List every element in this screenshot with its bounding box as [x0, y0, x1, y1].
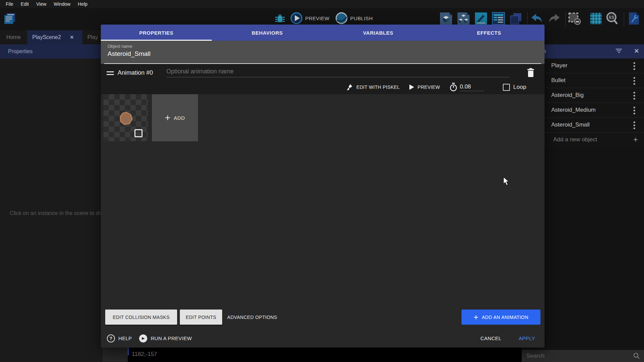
- status-accent: [128, 347, 129, 355]
- menu-edit[interactable]: Edit: [17, 1, 33, 7]
- edit-collision-masks-button[interactable]: EDIT COLLISION MASKS: [105, 310, 177, 325]
- properties-panel-header: Properties: [0, 44, 103, 59]
- animation-header: Animation #0 EDIT WITH PISKEL: [101, 64, 545, 94]
- animation-title: Animation #0: [118, 69, 153, 76]
- zoom-1-1-icon[interactable]: 1:1: [605, 11, 619, 26]
- publish-label: PUBLISH: [350, 15, 373, 21]
- project-settings-icon[interactable]: [627, 11, 641, 26]
- tab-behaviors[interactable]: BEHAVIORS: [212, 25, 323, 41]
- properties-panel-title: Properties: [8, 48, 33, 55]
- plus-icon: +: [633, 135, 638, 144]
- redo-icon[interactable]: [547, 11, 561, 26]
- gdevelop-window: File Edit View Window Help: [0, 0, 644, 362]
- toolbar-separator: [565, 12, 566, 26]
- menu-help[interactable]: Help: [74, 1, 91, 7]
- dialog-footer: ? HELP ▶ RUN A PREVIEW CANCEL APPLY: [101, 329, 545, 348]
- project-manager-icon[interactable]: [3, 11, 17, 26]
- debug-icon[interactable]: [273, 12, 287, 26]
- delete-animation-button[interactable]: [527, 68, 534, 79]
- animation-frame-thumbnail[interactable]: [104, 94, 148, 141]
- properties-panel: Properties Click on an instance in the s…: [0, 44, 103, 362]
- tab-close-icon[interactable]: ✕: [70, 34, 74, 40]
- menu-file[interactable]: File: [2, 1, 17, 7]
- loop-label: Loop: [513, 84, 526, 90]
- trash-icon: [527, 68, 534, 77]
- cursor-coordinates: 1182;-157: [132, 351, 157, 358]
- preview-play-icon: [290, 12, 303, 24]
- tab-playscene2[interactable]: PlayScene2 ✕: [27, 30, 82, 44]
- loop-toggle[interactable]: Loop: [500, 84, 529, 91]
- tab-effects[interactable]: EFFECTS: [434, 25, 545, 41]
- add-frame-button[interactable]: + ADD: [152, 94, 198, 141]
- object-name-input[interactable]: [108, 50, 343, 58]
- time-between-frames-input[interactable]: [460, 83, 484, 91]
- object-editor-dialog: PROPERTIES BEHAVIORS VARIABLES EFFECTS O…: [101, 25, 545, 348]
- run-a-preview-button[interactable]: ▶ RUN A PREVIEW: [139, 334, 192, 342]
- menu-window[interactable]: Window: [50, 1, 74, 7]
- object-menu-icon[interactable]: •••: [632, 62, 637, 71]
- preview-button[interactable]: PREVIEW: [290, 12, 329, 24]
- apply-button[interactable]: APPLY: [519, 335, 535, 341]
- object-menu-icon[interactable]: •••: [632, 91, 637, 100]
- search-icon: [633, 353, 640, 359]
- dialog-tab-bar: PROPERTIES BEHAVIORS VARIABLES EFFECTS: [101, 25, 545, 41]
- publish-globe-icon: [335, 12, 348, 24]
- frame-select-checkbox[interactable]: [134, 129, 143, 137]
- properties-empty-message: Click on an instance in the scene to dis…: [5, 209, 103, 218]
- animation-controls: EDIT WITH PISKEL PREVIEW: [344, 81, 529, 93]
- undo-icon[interactable]: [530, 11, 544, 26]
- plus-icon: +: [474, 314, 478, 320]
- object-menu-icon[interactable]: •••: [632, 76, 637, 85]
- plus-icon: +: [165, 114, 170, 121]
- tab-variables[interactable]: VARIABLES: [323, 25, 434, 41]
- play-circle-icon: ▶: [139, 334, 147, 342]
- help-button[interactable]: ? HELP: [107, 334, 132, 342]
- panel-close-icon[interactable]: ✕: [634, 47, 639, 55]
- deselect-icon[interactable]: [567, 11, 581, 26]
- toolbar-separator: [624, 12, 624, 26]
- advanced-options-button[interactable]: ADVANCED OPTIONS: [227, 310, 277, 325]
- publish-button[interactable]: PUBLISH: [335, 12, 373, 24]
- objects-search-bar: [522, 350, 644, 362]
- scene-editor-edge: [103, 348, 131, 362]
- stopwatch-icon: [449, 83, 457, 92]
- external-layout-icon[interactable]: [509, 11, 523, 26]
- tab-home[interactable]: Home: [0, 30, 27, 44]
- edit-points-button[interactable]: EDIT POINTS: [180, 310, 222, 325]
- object-menu-icon[interactable]: •••: [632, 106, 637, 115]
- object-menu-icon[interactable]: •••: [632, 121, 637, 130]
- edit-with-piskel-button[interactable]: EDIT WITH PISKEL: [344, 83, 403, 91]
- add-object-icon[interactable]: [439, 11, 453, 26]
- time-between-frames-field: [446, 83, 487, 92]
- dialog-actions: EDIT COLLISION MASKS EDIT POINTS ADVANCE…: [101, 310, 545, 325]
- edit-scene-icon[interactable]: [474, 11, 488, 26]
- tab-properties[interactable]: PROPERTIES: [101, 25, 212, 41]
- toolbar-separator: [527, 12, 527, 26]
- objects-search-input[interactable]: [526, 351, 627, 361]
- objects-list-icon[interactable]: [456, 11, 471, 26]
- play-icon: [409, 84, 414, 90]
- events-sheet-icon[interactable]: [491, 11, 506, 26]
- menu-view[interactable]: View: [33, 1, 50, 7]
- grid-icon[interactable]: [589, 11, 603, 26]
- drag-handle-icon[interactable]: [107, 71, 114, 77]
- object-name-block: Object name: [101, 41, 545, 64]
- help-icon: ?: [107, 334, 115, 342]
- scene-status-bar: 1182;-157: [128, 347, 524, 362]
- filter-icon[interactable]: [615, 49, 622, 54]
- loop-checkbox[interactable]: [503, 84, 510, 91]
- svg-text:1:1: 1:1: [609, 15, 614, 19]
- preview-label: PREVIEW: [305, 15, 329, 21]
- animation-name-input[interactable]: [166, 68, 509, 77]
- preview-animation-button[interactable]: PREVIEW: [406, 84, 443, 90]
- menu-bar: File Edit View Window Help: [0, 0, 644, 8]
- cancel-button[interactable]: CANCEL: [480, 335, 501, 341]
- brush-icon: [347, 83, 353, 91]
- object-name-label: Object name: [108, 44, 132, 49]
- add-an-animation-button[interactable]: + ADD AN ANIMATION: [461, 310, 540, 325]
